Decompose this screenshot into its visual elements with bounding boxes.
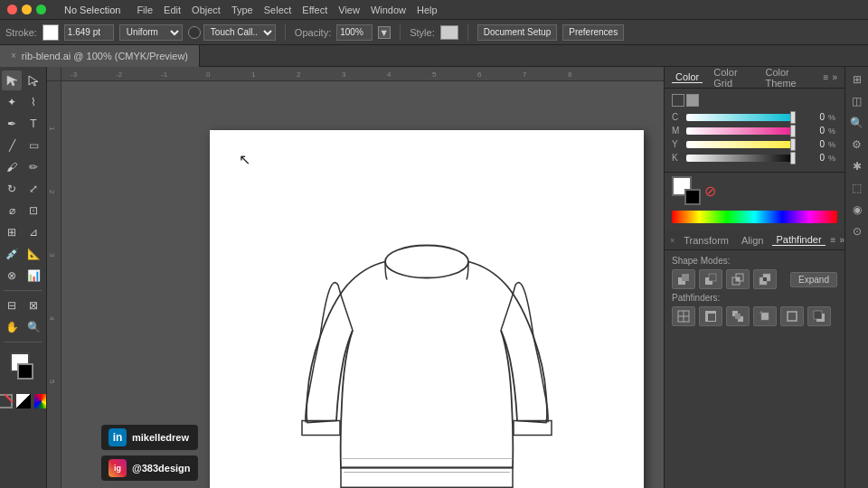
paintbrush-tool[interactable]: 🖌: [2, 157, 22, 177]
tab-color-theme[interactable]: Color Theme: [762, 67, 816, 89]
artboard-tool[interactable]: ⊟: [2, 296, 22, 315]
close-button[interactable]: [7, 5, 17, 14]
graph-tool[interactable]: 📊: [24, 266, 43, 286]
tab-pathfinder[interactable]: Pathfinder: [772, 234, 825, 246]
rotate-tool[interactable]: ↻: [2, 179, 22, 199]
menu-view[interactable]: View: [338, 5, 360, 15]
far-right-btn-8[interactable]: ⊙: [848, 222, 866, 240]
separator-1: [285, 24, 286, 41]
eyedropper-tool[interactable]: 💉: [2, 244, 22, 264]
channel-y-slider[interactable]: [686, 141, 796, 148]
perspective-tool[interactable]: ⊿: [24, 222, 43, 242]
channel-k-thumb[interactable]: [790, 152, 796, 164]
menu-window[interactable]: Window: [371, 5, 406, 15]
channel-c-value: 0: [799, 112, 825, 122]
crop-btn[interactable]: [753, 306, 777, 326]
background-color[interactable]: [17, 363, 33, 380]
tab-color[interactable]: Color: [672, 71, 703, 83]
menu-type[interactable]: Type: [231, 5, 253, 15]
type-tool[interactable]: T: [24, 114, 43, 134]
slice-tool[interactable]: ⊠: [24, 296, 43, 315]
document-setup-button[interactable]: Document Setup: [477, 24, 558, 41]
far-right-btn-3[interactable]: 🔍: [848, 114, 866, 132]
ruler-mark: 5: [432, 70, 436, 79]
tab-close-button[interactable]: ×: [11, 51, 16, 61]
minimize-button[interactable]: [22, 5, 32, 14]
menu-object[interactable]: Object: [192, 5, 221, 15]
blend-tool[interactable]: ⊗: [2, 266, 22, 286]
pen-tool[interactable]: ✒: [2, 114, 22, 134]
unite-btn[interactable]: [672, 269, 695, 289]
line-tool[interactable]: ╱: [2, 136, 22, 155]
channel-m-slider[interactable]: [686, 127, 796, 135]
pathfinder-menu-btn[interactable]: ≡: [831, 235, 836, 245]
hand-tool[interactable]: ✋: [2, 317, 22, 337]
preferences-button[interactable]: Preferences: [562, 24, 624, 41]
canvas-area[interactable]: -3 -2 -1 0 1 2 3 4 5 6 7 8 1 2 3 4 5: [47, 67, 664, 488]
channel-y-thumb[interactable]: [790, 138, 796, 151]
none-swatch[interactable]: [0, 394, 13, 408]
far-right-btn-5[interactable]: ✱: [848, 157, 866, 175]
spectrum-bar[interactable]: [672, 211, 837, 223]
far-right-btn-7[interactable]: ◉: [848, 201, 866, 219]
menu-select[interactable]: Select: [264, 5, 292, 15]
outline-btn[interactable]: [780, 306, 804, 326]
channel-c-slider[interactable]: [686, 114, 796, 121]
merge-btn[interactable]: [726, 306, 750, 326]
expand-button[interactable]: Expand: [790, 272, 837, 287]
channel-k-slider[interactable]: [686, 155, 796, 162]
select-tool[interactable]: [2, 70, 22, 90]
divide-btn[interactable]: [672, 306, 695, 326]
measure-tool[interactable]: 📐: [24, 244, 43, 264]
rect-tool[interactable]: ▭: [24, 136, 43, 155]
pencil-tool[interactable]: ✏: [24, 157, 43, 177]
gradient-mode-icon[interactable]: [672, 94, 684, 107]
tab-align[interactable]: Align: [738, 235, 767, 246]
document-tab[interactable]: × rib-blend.ai @ 100% (CMYK/Preview): [0, 45, 200, 67]
stroke-color-swatch[interactable]: [42, 24, 59, 41]
menu-help[interactable]: Help: [417, 5, 438, 15]
opacity-input[interactable]: [336, 24, 373, 41]
zoom-tool[interactable]: 🔍: [24, 317, 43, 337]
menu-file[interactable]: File: [137, 5, 153, 15]
gradient-swatch[interactable]: [16, 394, 31, 408]
solid-mode-icon[interactable]: [686, 94, 699, 107]
far-right-btn-6[interactable]: ⬚: [848, 179, 866, 197]
brush-select[interactable]: Touch Call...: [203, 24, 276, 41]
lasso-tool[interactable]: ⌇: [24, 92, 43, 112]
style-swatch[interactable]: [440, 25, 458, 40]
channel-c-thumb[interactable]: [790, 111, 796, 124]
stroke-type-select[interactable]: Uniform: [119, 24, 183, 41]
menu-edit[interactable]: Edit: [164, 5, 181, 15]
tab-transform[interactable]: Transform: [680, 235, 732, 246]
mesh-swatch[interactable]: [34, 394, 48, 408]
opacity-arrow[interactable]: ▼: [378, 26, 391, 39]
minus-front-btn[interactable]: [699, 269, 722, 289]
panel-collapse-btn[interactable]: »: [832, 72, 837, 82]
tab-color-grid[interactable]: Color Grid: [710, 67, 754, 89]
menu-effect[interactable]: Effect: [302, 5, 327, 15]
exclude-btn[interactable]: [753, 269, 777, 289]
panel-menu-btn[interactable]: ≡: [824, 72, 829, 82]
intersect-btn[interactable]: [726, 269, 750, 289]
channel-m-thumb[interactable]: [790, 125, 796, 137]
scale-tool[interactable]: ⤢: [24, 179, 43, 199]
trim-btn[interactable]: [699, 306, 722, 326]
stroke-value-input[interactable]: [64, 24, 114, 41]
shape-builder-tool[interactable]: ⊞: [2, 222, 22, 242]
minus-back-btn[interactable]: [807, 306, 831, 326]
none-color-icon[interactable]: ⊘: [704, 183, 716, 200]
far-right-btn-2[interactable]: ◫: [848, 92, 866, 110]
ruler-mark-v: 4: [48, 316, 56, 320]
bg-swatch[interactable]: [684, 189, 701, 205]
far-right-btn-1[interactable]: ⊞: [848, 70, 866, 89]
magic-wand-tool[interactable]: ✦: [2, 92, 22, 112]
pathfinder-panel-header: × Transform Align Pathfinder ≡ »: [665, 230, 844, 250]
free-transform-tool[interactable]: ⊡: [24, 201, 43, 221]
far-right-btn-4[interactable]: ⚙: [848, 136, 866, 154]
channel-y-value: 0: [799, 139, 825, 149]
maximize-button[interactable]: [36, 5, 46, 14]
warp-tool[interactable]: ⌀: [2, 201, 22, 221]
direct-select-tool[interactable]: [24, 70, 43, 90]
tool-row-1: [2, 70, 44, 90]
